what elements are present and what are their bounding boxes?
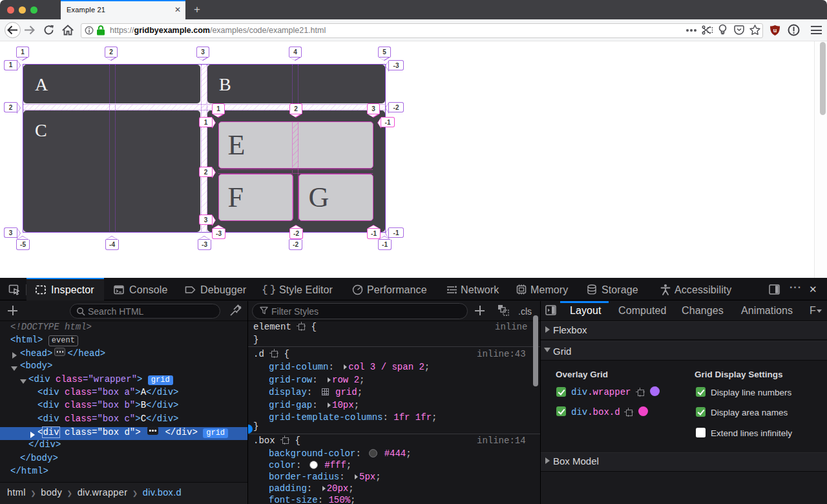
svg-text:u: u (773, 27, 777, 34)
